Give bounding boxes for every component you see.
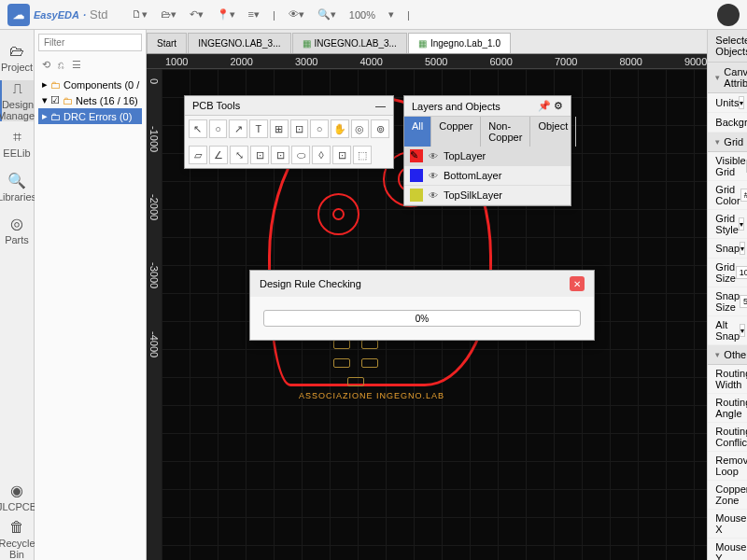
layer-tab[interactable]: All [404, 117, 431, 147]
pcb-canvas[interactable]: 0-1000-2000-3000-4000 I.LAB ASSOCIAZIONE… [147, 69, 707, 560]
minimize-icon[interactable]: — [375, 100, 386, 111]
grid-size-label: Grid Size [715, 261, 735, 284]
routing-angle-label: Routing Angle [715, 397, 747, 419]
grid-color-value[interactable]: #Ff [740, 189, 747, 202]
ruler-vertical: 0-1000-2000-3000-4000 [147, 69, 162, 560]
units-select[interactable]: ▾ [739, 96, 744, 109]
leftbar-jlcpcb[interactable]: ◉JLCPCB [0, 476, 34, 517]
snap-size-value[interactable]: 5.0 [740, 295, 747, 308]
bg-label: Background [715, 117, 747, 128]
pcb-tool[interactable]: ⊡ [332, 146, 351, 164]
caret-icon[interactable]: ▾ [715, 73, 720, 82]
pcb-tool[interactable]: ⬚ [353, 146, 372, 164]
view-menu[interactable]: 👁▾ [289, 8, 304, 21]
routing-width-label: Routing Width [715, 368, 747, 390]
folder-menu[interactable]: 🗁▾ [161, 8, 176, 21]
leftbar-parts[interactable]: ◎Parts [0, 209, 34, 250]
pcb-tool[interactable]: ⊡ [271, 146, 289, 164]
document-tab[interactable]: ▦INGEGNO.LAB_3... [292, 33, 407, 53]
top-tools: 🗋▾ 🗁▾ ↶▾ 📍▾ ≡▾ | 👁▾ 🔍▾ 100%▾ | [132, 8, 410, 21]
gear-icon[interactable]: ⚙ [554, 100, 563, 111]
grid-color-label: Grid Color [715, 184, 740, 206]
other-header: Other [724, 349, 747, 360]
drc-title: Design Rule Checking [260, 278, 361, 289]
pcb-tool[interactable]: ⬭ [291, 146, 310, 164]
layer-tab[interactable]: Object [530, 117, 576, 147]
layers-panel[interactable]: Layers and Objects 📌 ⚙ AllCopperNon-Copp… [403, 95, 571, 206]
zoom-menu[interactable]: 🔍▾ [317, 8, 336, 21]
pcb-tool[interactable]: ○ [209, 119, 228, 138]
pcb-tool[interactable]: ↖ [189, 119, 207, 138]
pcb-tool[interactable]: ↗ [229, 119, 247, 138]
pcb-tool[interactable]: ○ [310, 119, 329, 138]
tree-tool-1[interactable]: ⟲ [42, 59, 50, 71]
layer-tab[interactable]: Non-Copper [481, 117, 530, 147]
tree-tool-2[interactable]: ⎌ [58, 59, 64, 71]
undo-menu[interactable]: ↶▾ [190, 8, 204, 21]
pcb-tool[interactable]: ⊡ [290, 119, 309, 138]
mouse-x-label: Mouse-X [715, 512, 747, 535]
pcb-tool[interactable]: ✋ [331, 119, 349, 138]
pin-icon[interactable]: 📌 [538, 100, 551, 111]
pcb-tool[interactable]: ▱ [189, 146, 207, 164]
caret-icon[interactable]: ▾ [715, 350, 720, 359]
align-menu[interactable]: ≡▾ [248, 8, 260, 21]
pcb-tool[interactable]: ⊞ [270, 119, 289, 138]
pcb-tool[interactable]: ⊚ [371, 119, 389, 138]
drc-progress: 0% [263, 310, 581, 327]
left-sidebar: 🗁Project⎍Design Manager⌗EELib🔍Libraries◎… [0, 30, 35, 560]
zoom-level[interactable]: 100% [349, 9, 375, 21]
design-tree: ▸ 🗀 Components (0 / 0)▾ ☑ 🗀 Nets (16 / 1… [35, 75, 146, 126]
app-name: EasyEDA [34, 9, 79, 21]
app-logo[interactable]: ☁ EasyEDA · Std [7, 4, 108, 26]
pcb-tool[interactable]: ⤡ [230, 146, 248, 164]
grid-size-value[interactable]: 10( [736, 266, 747, 279]
drc-dialog[interactable]: Design Rule Checking ✕ 0% [249, 270, 595, 341]
pcb-tool[interactable]: ◊ [312, 146, 331, 164]
layer-item[interactable]: 👁BottomLayer [404, 166, 571, 186]
remove-loop-label: Remove Loop [715, 455, 747, 477]
caret-icon[interactable]: ▾ [715, 137, 720, 147]
filter-input[interactable] [38, 34, 142, 51]
visible-grid-label: Visible Grid [715, 155, 745, 177]
tree-toolbar: ⟲ ⎌ ☰ [35, 55, 146, 75]
user-avatar[interactable] [717, 4, 740, 26]
leftbar-design-manager[interactable]: ⎍Design Manager [0, 80, 34, 121]
mouse-y-label: Mouse-Y [715, 541, 747, 560]
document-tab[interactable]: INGEGNO.LAB_3... [188, 33, 290, 53]
tree-item[interactable]: ▸ 🗀 DRC Errors (0) [38, 108, 142, 124]
leftbar-libraries[interactable]: 🔍Libraries [0, 166, 34, 207]
pcb-tool[interactable]: T [249, 119, 268, 138]
tree-item[interactable]: ▾ ☑ 🗀 Nets (16 / 16) [38, 92, 142, 108]
document-tab[interactable]: Start [147, 33, 187, 53]
close-icon[interactable]: ✕ [570, 276, 585, 291]
pcb-tools-panel[interactable]: PCB Tools — ↖○↗T⊞⊡○✋◎⊚ ▱∠⤡⊡⊡⬭◊⊡⬚ [184, 95, 394, 169]
snap-select[interactable]: ▾ [740, 242, 745, 255]
pin-menu[interactable]: 📍▾ [217, 8, 235, 21]
alt-snap-select[interactable]: ▾ [740, 324, 745, 337]
pcb-tool[interactable]: ⊡ [250, 146, 269, 164]
layer-tab[interactable]: Copper [431, 117, 481, 147]
pcb-tool[interactable]: ∠ [209, 146, 228, 164]
layer-item[interactable]: ✎👁TopLayer [404, 147, 571, 166]
pcb-tool[interactable]: ◎ [351, 119, 370, 138]
alt-snap-label: Alt Snap [715, 319, 740, 342]
grid-style-select[interactable]: ▾ [739, 217, 744, 231]
tree-tool-3[interactable]: ☰ [72, 59, 81, 71]
units-label: Units [715, 97, 739, 108]
tree-item[interactable]: ▸ 🗀 Components (0 / 0) [38, 77, 142, 92]
grid-header: Grid [724, 136, 743, 147]
document-tab[interactable]: ▦Ingegno.Lab_1.0 [408, 33, 511, 53]
app-edition: Std [90, 7, 108, 21]
layers-title: Layers and Objects [412, 101, 500, 112]
snap-label: Snap [715, 243, 740, 254]
leftbar-recycle-bin[interactable]: 🗑Recycle Bin [0, 519, 34, 560]
canvas-center: StartINGEGNO.LAB_3...▦INGEGNO.LAB_3...▦I… [147, 30, 707, 560]
leftbar-eelib[interactable]: ⌗EELib [0, 123, 34, 164]
leftbar-project[interactable]: 🗁Project [0, 37, 34, 78]
topbar: ☁ EasyEDA · Std 🗋▾ 🗁▾ ↶▾ 📍▾ ≡▾ | 👁▾ 🔍▾ 1… [0, 0, 747, 30]
save-menu[interactable]: 🗋▾ [132, 8, 148, 21]
tree-panel: ⟲ ⎌ ☰ ▸ 🗀 Components (0 / 0)▾ ☑ 🗀 Nets (… [35, 30, 147, 560]
layer-item[interactable]: 👁TopSilkLayer [404, 186, 571, 205]
copper-zone-label: Copper Zone [715, 483, 747, 506]
